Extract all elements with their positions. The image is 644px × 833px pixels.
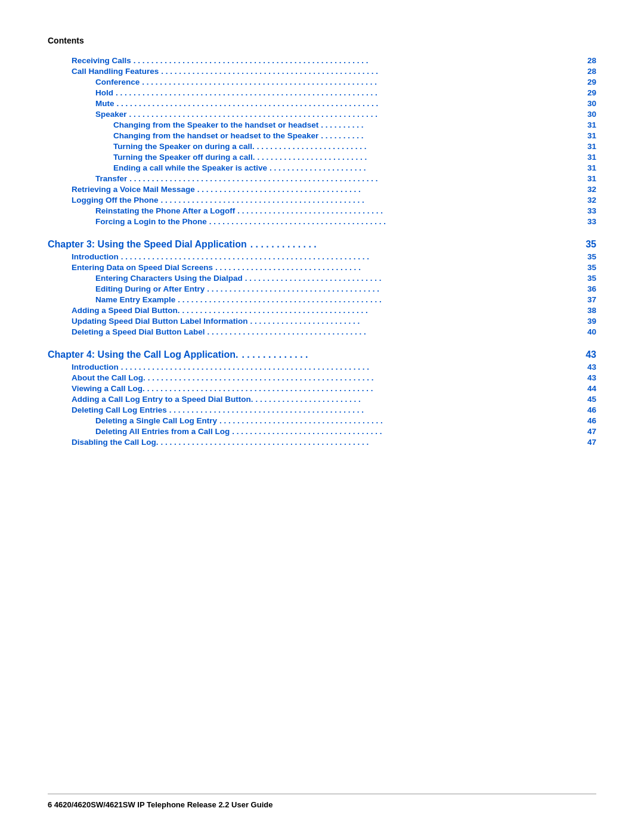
toc-entry: Deleting a Single Call Log Entry . . . .… xyxy=(48,416,596,425)
dots: . . . . . . . . . . . . . . . . . . . . … xyxy=(178,295,576,304)
entry-text: Editing During or After Entry xyxy=(95,284,205,293)
entry-text: Introduction xyxy=(72,363,119,371)
toc-entry: Deleting All Entries from a Call Log . .… xyxy=(48,427,596,436)
toc-entry: About the Call Log. . . . . . . . . . . … xyxy=(48,373,596,382)
entry-text: About the Call Log. xyxy=(72,373,145,382)
page-num: 28 xyxy=(578,56,596,65)
dots: . . . . . . . . . . . . . . . . . . . . … xyxy=(134,56,576,65)
page-num: 28 xyxy=(578,67,596,76)
toc-entry: Receiving Calls . . . . . . . . . . . . … xyxy=(48,56,596,65)
entry-text: Retrieving a Voice Mail Message xyxy=(72,185,195,194)
page-num: 35 xyxy=(578,263,596,272)
chapter-entry-text: Chapter 3: Using the Speed Dial Applicat… xyxy=(48,239,247,250)
page-num: 29 xyxy=(578,88,596,97)
toc-entry: Changing from the Speaker to the handset… xyxy=(48,120,596,129)
dots: . . . . . . . . . . . . . . . . . . . . … xyxy=(148,373,576,382)
chapter-page-num: 43 xyxy=(575,349,596,360)
page-num: 32 xyxy=(578,185,596,194)
entry-text: Entering Data on Speed Dial Screens xyxy=(72,263,213,272)
entry-text: Mute xyxy=(95,99,114,108)
toc-entry: Changing from the handset or headset to … xyxy=(48,131,596,140)
dots: . . . . . . . . . . . . . . . . . . . . … xyxy=(237,206,576,215)
entry-text: Turning the Speaker on during a call. xyxy=(113,142,255,151)
toc-entry: Hold . . . . . . . . . . . . . . . . . .… xyxy=(48,88,596,97)
page-num: 43 xyxy=(578,363,596,371)
dots: . . . . . . . . . . xyxy=(321,131,576,140)
entry-text: Reinstating the Phone After a Logoff xyxy=(95,206,235,215)
toc-entry: Turning the Speaker on during a call. . … xyxy=(48,142,596,151)
page-num: 31 xyxy=(578,174,596,183)
dots: . . . . . . . . . . . . . . . . . . . . … xyxy=(215,263,576,272)
entry-text: Conference xyxy=(95,78,140,86)
page-num: 38 xyxy=(578,306,596,315)
toc-entry: Forcing a Login to the Phone . . . . . .… xyxy=(48,217,596,226)
entry-text: Changing from the handset or headset to … xyxy=(113,131,318,140)
toc-entry: Deleting a Speed Dial Button Label . . .… xyxy=(48,327,596,336)
page-num: 45 xyxy=(578,395,596,404)
page-num: 47 xyxy=(578,438,596,447)
contents-label: Contents xyxy=(48,36,596,45)
toc-entry: Conference . . . . . . . . . . . . . . .… xyxy=(48,78,596,86)
dots: . . . . . . . . . . . . . . . . . . . . … xyxy=(250,317,577,326)
chapter-entry: Chapter 3: Using the Speed Dial Applicat… xyxy=(48,239,596,250)
entry-text: Name Entry Example xyxy=(95,295,175,304)
page-num: 43 xyxy=(578,373,596,382)
dots: . . . . . . . . . . . . . . . . . . . . … xyxy=(258,153,576,162)
entry-text: Changing from the Speaker to the handset… xyxy=(113,120,318,129)
chapter-dots: . . . . . . . . . . . . . xyxy=(250,239,572,250)
toc-entry: Introduction . . . . . . . . . . . . . .… xyxy=(48,363,596,371)
page-num: 33 xyxy=(578,206,596,215)
footer: 6 4620/4620SW/4621SW IP Telephone Releas… xyxy=(48,794,596,809)
dots: . . . . . . . . . . . . . . . . . . . . … xyxy=(208,327,576,336)
entry-text: Introduction xyxy=(72,252,119,261)
page-num: 39 xyxy=(578,317,596,326)
dots: . . . . . . . . . . . . . . . . . . . . … xyxy=(219,416,576,425)
page-num: 31 xyxy=(578,120,596,129)
entry-text: Logging Off the Phone xyxy=(72,196,158,205)
dots: . . . . . . . . . . . . . . . . . . . . … xyxy=(197,185,576,194)
toc-entry: Name Entry Example . . . . . . . . . . .… xyxy=(48,295,596,304)
dots: . . . . . . . . . . . . . . . . . . . . … xyxy=(147,384,576,393)
toc-entry: Disabling the Call Log. . . . . . . . . … xyxy=(48,438,596,447)
toc-entry: Call Handling Features . . . . . . . . .… xyxy=(48,67,596,76)
entry-text: Deleting a Speed Dial Button Label xyxy=(72,327,205,336)
toc-entry: Mute . . . . . . . . . . . . . . . . . .… xyxy=(48,99,596,108)
dots: . . . . . . . . . . . . . . . . . . . . … xyxy=(182,306,577,315)
entry-text: Turning the Speaker off during a call. xyxy=(113,153,255,162)
dots: . . . . . . . . . . . . . . . . . . . . … xyxy=(257,142,576,151)
dots: . . . . . . . . . . . . . . . . . . . . … xyxy=(161,67,576,76)
dots: . . . . . . . . . . . . . . . . . . . . … xyxy=(160,196,576,205)
dots: . . . . . . . . . . . . . . . . . . . . … xyxy=(256,395,576,404)
dots: . . . . . . . . . . . . . . . . . . . . … xyxy=(142,78,576,86)
page-num: 47 xyxy=(578,427,596,436)
toc-entry: Speaker . . . . . . . . . . . . . . . . … xyxy=(48,110,596,119)
page-num: 44 xyxy=(578,384,596,393)
footer-text: 6 4620/4620SW/4621SW IP Telephone Releas… xyxy=(48,800,273,809)
entry-text: Forcing a Login to the Phone xyxy=(95,217,207,226)
entry-text: Deleting All Entries from a Call Log xyxy=(95,427,230,436)
page-num: 46 xyxy=(578,405,596,414)
dots: . . . . . . . . . . . . . . . . . . . . … xyxy=(121,363,576,371)
entry-text: Receiving Calls xyxy=(72,56,131,65)
page-num: 30 xyxy=(578,110,596,119)
entry-text: Adding a Speed Dial Button. xyxy=(72,306,180,315)
chapter-entry: Chapter 4: Using the Call Log Applicatio… xyxy=(48,349,596,360)
entry-text: Hold xyxy=(95,88,113,97)
chapter-dots: . . . . . . . . . . . . . xyxy=(242,349,572,360)
entry-text: Transfer xyxy=(95,174,127,183)
dots: . . . . . . . . . . . . . . . . . . . . … xyxy=(169,405,576,414)
toc-entry: Adding a Call Log Entry to a Speed Dial … xyxy=(48,395,596,404)
toc-entry: Viewing a Call Log. . . . . . . . . . . … xyxy=(48,384,596,393)
entry-text: Disabling the Call Log. xyxy=(72,438,159,447)
dots: . . . . . . . . . . . . . . . . . . . . … xyxy=(117,99,577,108)
toc-entry: Deleting Call Log Entries . . . . . . . … xyxy=(48,405,596,414)
toc-entry: Updating Speed Dial Button Label Informa… xyxy=(48,317,596,326)
toc-entry: Adding a Speed Dial Button. . . . . . . … xyxy=(48,306,596,315)
entry-text: Entering Characters Using the Dialpad xyxy=(95,274,243,283)
toc-entry: Ending a call while the Speaker is activ… xyxy=(48,163,596,172)
page-num: 35 xyxy=(578,274,596,283)
toc-entry: Entering Characters Using the Dialpad . … xyxy=(48,274,596,283)
dots: . . . . . . . . . . . . . . . . . . . . … xyxy=(209,217,576,226)
chapter-page-num: 35 xyxy=(575,239,596,250)
page: Contents Receiving Calls . . . . . . . .… xyxy=(0,0,644,833)
